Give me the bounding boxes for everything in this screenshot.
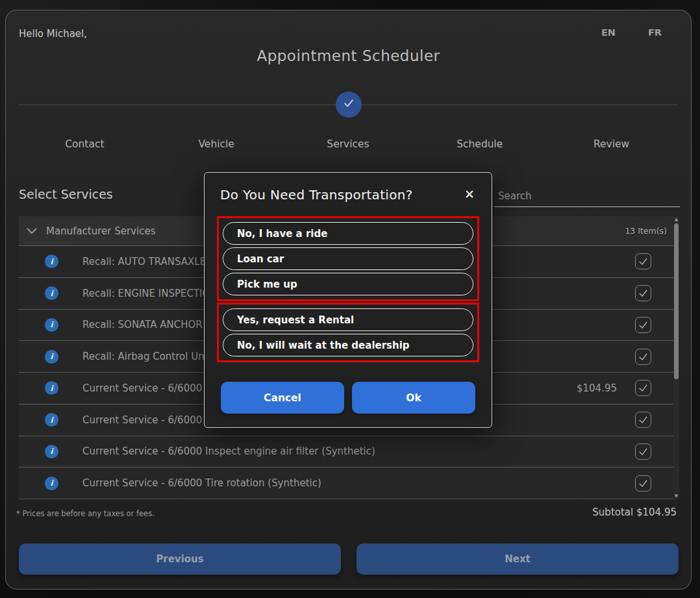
service-checkbox[interactable] (635, 412, 651, 428)
info-icon[interactable]: i (45, 350, 58, 364)
service-label: Current Service - 6/6000 S (82, 382, 212, 394)
stepper-labels: Contact Vehicle Services Schedule Review (19, 138, 677, 150)
info-icon[interactable]: i (45, 318, 58, 332)
service-checkbox[interactable] (635, 349, 651, 365)
info-icon[interactable]: i (45, 381, 58, 395)
modal-header: Do You Need Transportation? ✕ (205, 173, 492, 203)
service-checkbox[interactable] (635, 253, 651, 269)
language-switcher: EN FR (601, 27, 662, 38)
check-icon (342, 97, 355, 112)
service-checkbox[interactable] (635, 475, 651, 492)
transportation-options-group-2: Yes, request a Rental No, I will wait at… (217, 303, 479, 362)
info-icon[interactable]: i (45, 413, 58, 427)
search-input[interactable] (494, 186, 680, 207)
select-services-heading: Select Services (19, 187, 113, 201)
service-label: Current Service - 6/6000 F (82, 414, 211, 426)
service-checkbox[interactable] (635, 285, 651, 301)
service-label: Recall: SONATA ANCHOR P (82, 319, 212, 330)
info-icon[interactable]: i (45, 255, 58, 268)
subtotal-value: $104.95 (636, 506, 677, 518)
page-background: Hello Michael, EN FR Appointment Schedul… (0, 0, 700, 598)
stepper-active-indicator (336, 92, 362, 118)
service-checkbox[interactable] (635, 317, 651, 333)
page-title: Appointment Scheduler (6, 47, 691, 64)
service-label: Recall: AUTO TRANSAXLE S (82, 256, 215, 268)
step-review[interactable]: Review (545, 138, 677, 150)
close-icon[interactable]: ✕ (463, 187, 476, 202)
option-no-ride[interactable]: No, I have a ride (223, 222, 473, 245)
service-price: $104.95 (577, 382, 635, 394)
lang-fr-button[interactable]: FR (648, 27, 662, 38)
table-scrollbar[interactable]: ▲ ▼ (673, 216, 679, 499)
scrollbar-thumb[interactable] (674, 223, 679, 379)
subtotal: Subtotal $104.95 (592, 506, 677, 518)
service-label: Recall: Airbag Control Unit (82, 351, 211, 362)
scroll-down-icon[interactable]: ▼ (673, 493, 679, 499)
option-wait-dealership[interactable]: No, I will wait at the dealership (223, 334, 473, 356)
info-icon[interactable]: i (45, 286, 58, 300)
info-icon[interactable]: i (45, 445, 58, 458)
cancel-button[interactable]: Cancel (221, 382, 344, 414)
transportation-modal: Do You Need Transportation? ✕ No, I have… (204, 172, 492, 428)
chevron-down-icon (27, 228, 37, 234)
service-checkbox[interactable] (635, 380, 651, 396)
ok-button[interactable]: Ok (352, 382, 475, 414)
scroll-up-icon[interactable]: ▲ (673, 217, 679, 222)
option-pick-me-up[interactable]: Pick me up (223, 273, 473, 295)
service-label: Recall: ENGINE INSPECTION (82, 288, 218, 299)
table-row: i Current Service - 6/6000 Tire rotation… (19, 467, 673, 499)
step-services[interactable]: Services (282, 138, 414, 150)
transportation-options-group-1: No, I have a ride Loan car Pick me up (217, 216, 479, 301)
subtotal-label: Subtotal (592, 506, 633, 518)
item-count-badge: 13 Item(s) (625, 226, 667, 236)
next-button[interactable]: Next (356, 543, 679, 575)
option-request-rental[interactable]: Yes, request a Rental (223, 308, 473, 331)
info-icon[interactable]: i (45, 477, 58, 490)
table-row: i Current Service - 6/6000 Inspect engin… (19, 436, 673, 468)
service-checkbox[interactable] (635, 443, 651, 460)
modal-actions: Cancel Ok (221, 382, 475, 414)
previous-button[interactable]: Previous (19, 543, 341, 575)
group-header-label: Manufacturer Services (46, 225, 156, 237)
option-loan-car[interactable]: Loan car (223, 247, 473, 270)
service-label: Current Service - 6/6000 Tire rotation (… (82, 477, 321, 489)
lang-en-button[interactable]: EN (601, 27, 616, 38)
price-disclaimer: * Prices are before any taxes or fees. (16, 509, 155, 518)
step-schedule[interactable]: Schedule (414, 138, 545, 150)
step-vehicle[interactable]: Vehicle (151, 138, 282, 150)
step-contact[interactable]: Contact (19, 138, 151, 150)
modal-title: Do You Need Transportation? (220, 187, 413, 203)
greeting-text: Hello Michael, (19, 28, 87, 40)
service-label: Current Service - 6/6000 Inspect engine … (82, 445, 375, 457)
